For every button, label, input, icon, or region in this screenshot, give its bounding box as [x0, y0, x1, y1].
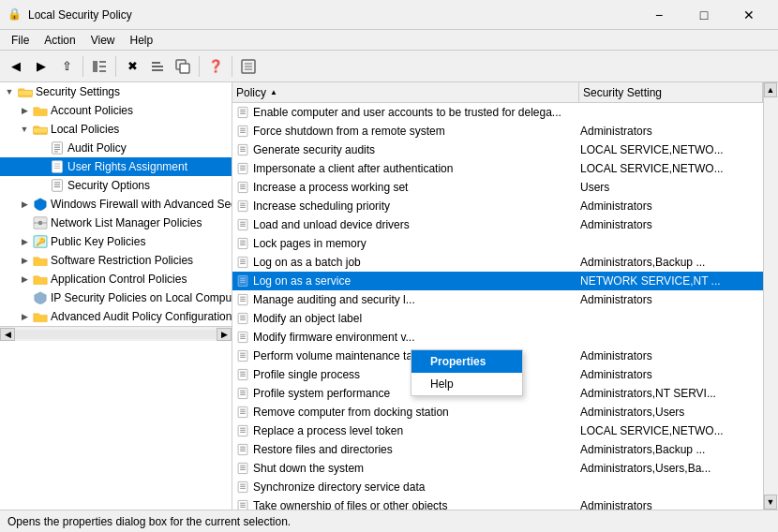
context-menu-help[interactable]: Help: [411, 373, 522, 395]
list-row-icon: [232, 237, 253, 250]
scroll-left-btn[interactable]: ◀: [0, 328, 15, 341]
list-row[interactable]: Load and unload device driversAdministra…: [232, 215, 763, 234]
up-button[interactable]: ⇧: [54, 54, 79, 79]
list-row-icon: [232, 312, 253, 325]
list-row-setting: Administrators,Backup ...: [576, 443, 763, 456]
list-row[interactable]: Increase scheduling priorityAdministrato…: [232, 197, 763, 215]
list-row[interactable]: Shut down the systemAdministrators,Users…: [232, 459, 763, 478]
menu-help[interactable]: Help: [123, 32, 161, 49]
app-ctrl-expand: ▶: [17, 274, 32, 284]
tree-network-list[interactable]: Network List Manager Policies: [0, 214, 232, 232]
tree-software-restriction[interactable]: ▶ Software Restriction Policies: [0, 251, 232, 270]
list-row[interactable]: Synchronize directory service data: [232, 478, 763, 496]
right-scrollbar[interactable]: ▲ ▼: [763, 82, 778, 510]
list-row[interactable]: Modify an object label: [232, 309, 763, 328]
list-row-icon: [232, 181, 253, 194]
list-row-setting: Administrators: [576, 499, 763, 510]
tree-public-key[interactable]: ▶ 🔑 Public Key Policies: [0, 232, 232, 251]
status-text: Opens the properties dialog box for the …: [7, 515, 291, 528]
left-scrollbar[interactable]: ◀ ▶: [0, 326, 232, 341]
scroll-down-btn[interactable]: ▼: [764, 495, 777, 510]
list-row[interactable]: Log on as a serviceNETWORK SERVICE,NT ..…: [232, 272, 763, 290]
list-row[interactable]: Manage auditing and security l...Adminis…: [232, 290, 763, 309]
svg-rect-4: [152, 62, 160, 64]
svg-rect-38: [238, 126, 247, 136]
svg-rect-42: [238, 144, 247, 155]
list-row[interactable]: Restore files and directoriesAdministrat…: [232, 440, 763, 459]
list-row[interactable]: Force shutdown from a remote systemAdmin…: [232, 122, 763, 140]
maximize-button[interactable]: □: [682, 1, 726, 29]
ip-security-label: IP Security Policies on Local Compute...: [51, 291, 232, 304]
export-button[interactable]: [236, 54, 261, 79]
tree-audit-policy[interactable]: Audit Policy: [0, 139, 232, 157]
properties-button[interactable]: [145, 54, 170, 79]
list-row[interactable]: Replace a process level tokenLOCAL SERVI…: [232, 421, 763, 440]
firewall-icon: [32, 198, 49, 211]
svg-rect-3: [99, 70, 106, 72]
list-row[interactable]: Lock pages in memory: [232, 234, 763, 253]
forward-button[interactable]: ▶: [29, 54, 53, 79]
context-menu-properties[interactable]: Properties: [411, 350, 522, 373]
list-row[interactable]: Modify firmware environment v...: [232, 328, 763, 347]
svg-rect-0: [93, 61, 97, 72]
tree-account-policies[interactable]: ▶ Account Policies: [0, 101, 232, 120]
list-row[interactable]: Impersonate a client after authenticatio…: [232, 159, 763, 178]
tree-security-options[interactable]: Security Options: [0, 176, 232, 195]
policy-column-header[interactable]: Policy ▲: [232, 82, 579, 102]
policy-col-label: Policy: [236, 86, 266, 99]
tree-user-rights[interactable]: User Rights Assignment: [0, 157, 232, 176]
adv-audit-expand: ▶: [17, 312, 32, 321]
tree-app-control[interactable]: ▶ Application Control Policies: [0, 270, 232, 288]
scroll-track-v: [764, 97, 778, 495]
delete-button[interactable]: ✖: [120, 54, 144, 79]
list-row-setting: Administrators,NT SERVI...: [576, 387, 763, 400]
close-button[interactable]: ✕: [727, 1, 771, 29]
help-button[interactable]: ❓: [203, 54, 228, 79]
back-button[interactable]: ◀: [4, 54, 28, 79]
list-row-icon: [232, 256, 253, 269]
list-row-policy: Manage auditing and security l...: [253, 293, 576, 306]
audit-policy-label: Audit Policy: [67, 141, 127, 155]
minimize-button[interactable]: −: [637, 1, 681, 29]
tree-ip-security[interactable]: IP Security Policies on Local Compute...: [0, 288, 232, 307]
list-row[interactable]: Log on as a batch jobAdministrators,Back…: [232, 253, 763, 272]
menu-action[interactable]: Action: [37, 32, 82, 49]
list-row-icon: [232, 274, 253, 288]
list-row-policy: Remove computer from docking station: [253, 406, 576, 419]
list-row-policy: Generate security audits: [253, 143, 576, 156]
account-folder-icon: [32, 104, 49, 117]
list-body: Enable computer and user accounts to be …: [232, 103, 763, 510]
window-controls: − □ ✕: [637, 1, 771, 29]
svg-rect-78: [238, 313, 247, 323]
svg-rect-46: [238, 163, 247, 173]
list-row-icon: [232, 443, 253, 456]
list-row-policy: Take ownership of files or other objects: [253, 499, 576, 510]
tree-advanced-audit[interactable]: ▶ Advanced Audit Policy Configuration: [0, 307, 232, 326]
tree-root[interactable]: ▼ Security Settings: [0, 82, 232, 101]
menu-file[interactable]: File: [4, 32, 37, 49]
ip-sec-icon: [32, 291, 49, 304]
list-row[interactable]: Increase a process working setUsers: [232, 178, 763, 197]
scroll-up-btn[interactable]: ▲: [764, 82, 777, 97]
list-row-setting: Administrators: [576, 200, 763, 213]
list-row-policy: Increase scheduling priority: [253, 200, 576, 213]
svg-rect-90: [238, 369, 247, 379]
tree-windows-firewall[interactable]: ▶ Windows Firewall with Advanced Secu...: [0, 195, 232, 214]
list-row[interactable]: Enable computer and user accounts to be …: [232, 103, 763, 122]
svg-rect-14: [34, 127, 47, 133]
left-panel: ▼ Security Settings ▶ Account Policies ▼…: [0, 82, 232, 510]
show-hide-tree-button[interactable]: [87, 54, 112, 79]
menu-view[interactable]: View: [83, 32, 123, 49]
tree-local-policies[interactable]: ▼ Local Policies: [0, 120, 232, 139]
list-row[interactable]: Remove computer from docking stationAdmi…: [232, 403, 763, 421]
list-row-icon: [232, 125, 253, 138]
public-key-label: Public Key Policies: [51, 235, 145, 248]
list-row-icon: [232, 106, 253, 119]
scroll-right-btn[interactable]: ▶: [217, 328, 232, 341]
new-window-button[interactable]: [171, 54, 195, 79]
firewall-label: Windows Firewall with Advanced Secu...: [51, 198, 232, 211]
list-row[interactable]: Generate security auditsLOCAL SERVICE,NE…: [232, 140, 763, 159]
adv-audit-icon: [32, 310, 49, 323]
setting-column-header[interactable]: Security Setting: [579, 82, 763, 102]
list-row[interactable]: Take ownership of files or other objects…: [232, 496, 763, 510]
